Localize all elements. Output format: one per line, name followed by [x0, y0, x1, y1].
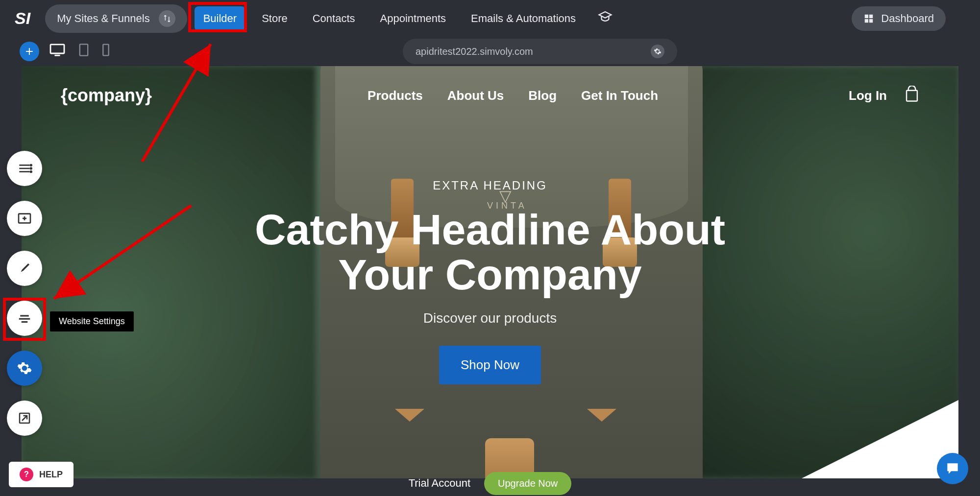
- nav-appointments[interactable]: Appointments: [371, 6, 455, 31]
- help-button[interactable]: ? HELP: [9, 462, 74, 487]
- headline-line2: Your Company: [338, 250, 641, 299]
- add-element-button[interactable]: +: [20, 42, 39, 61]
- extra-heading[interactable]: EXTRA HEADING: [22, 179, 958, 192]
- hero-content: EXTRA HEADING Catchy Headline About Your…: [22, 179, 958, 384]
- url-settings-icon[interactable]: [651, 45, 664, 58]
- global-styles-button[interactable]: [7, 301, 42, 336]
- pocket-flap-left: [395, 409, 424, 422]
- nav-about[interactable]: About Us: [447, 88, 504, 103]
- svg-rect-0: [865, 14, 868, 18]
- svg-point-11: [30, 165, 32, 166]
- svg-point-13: [30, 171, 32, 172]
- site-header: {company} Products About Us Blog Get In …: [22, 66, 958, 125]
- hero-headline[interactable]: Catchy Headline About Your Company: [22, 207, 958, 298]
- headline-line1: Catchy Headline About: [255, 205, 725, 254]
- svg-rect-5: [80, 44, 88, 55]
- top-nav: SI My Sites & Funnels Builder Store Cont…: [0, 0, 980, 37]
- dashboard-button[interactable]: Dashboard: [852, 6, 946, 31]
- preview-button[interactable]: [7, 401, 42, 436]
- mobile-view-icon[interactable]: [99, 41, 113, 62]
- hero-subheading[interactable]: Discover our products: [22, 310, 958, 326]
- svg-rect-7: [906, 90, 917, 101]
- pocket-flap-right: [587, 409, 616, 422]
- svg-rect-3: [869, 19, 873, 22]
- nav-contacts[interactable]: Contacts: [304, 6, 364, 31]
- svg-rect-6: [103, 45, 108, 56]
- page-canvas: ▽ VINTA {company} Products About Us Blog…: [22, 66, 958, 478]
- nav-products[interactable]: Products: [368, 88, 423, 103]
- site-nav: Products About Us Blog Get In Touch: [368, 88, 658, 103]
- trial-banner: Trial Account Upgrade Now: [0, 471, 980, 496]
- site-url-text: apidritest2022.simvoly.com: [416, 46, 533, 57]
- shop-now-button[interactable]: Shop Now: [439, 346, 541, 384]
- website-settings-button[interactable]: [7, 351, 42, 386]
- site-url-pill[interactable]: apidritest2022.simvoly.com: [403, 39, 677, 64]
- builder-toolbar: + apidritest2022.simvoly.com: [0, 37, 980, 66]
- sites-funnels-label: My Sites & Funnels: [57, 12, 150, 25]
- nav-get-in-touch[interactable]: Get In Touch: [581, 88, 658, 103]
- pages-menu-button[interactable]: [7, 151, 42, 186]
- swap-icon: [159, 10, 175, 27]
- education-icon[interactable]: [592, 5, 618, 31]
- company-logo[interactable]: {company}: [61, 85, 152, 106]
- login-link[interactable]: Log In: [849, 88, 887, 103]
- sites-funnels-dropdown[interactable]: My Sites & Funnels: [45, 4, 187, 33]
- website-settings-tooltip: Website Settings: [50, 311, 134, 331]
- svg-point-12: [30, 168, 32, 169]
- dashboard-icon: [863, 13, 874, 24]
- help-icon: ?: [20, 468, 33, 481]
- tablet-view-icon[interactable]: [75, 41, 92, 62]
- nav-builder[interactable]: Builder: [195, 6, 245, 31]
- desktop-view-icon[interactable]: [46, 41, 69, 62]
- svg-rect-1: [869, 14, 873, 18]
- cart-icon[interactable]: [905, 86, 919, 106]
- svg-rect-2: [865, 19, 868, 22]
- dashboard-label: Dashboard: [881, 12, 934, 25]
- styling-button[interactable]: [7, 251, 42, 286]
- app-logo: SI: [15, 9, 30, 28]
- add-widget-button[interactable]: [7, 201, 42, 236]
- svg-rect-4: [50, 45, 64, 53]
- help-label: HELP: [39, 470, 63, 480]
- trial-label: Trial Account: [409, 477, 470, 490]
- builder-side-toolbar: [7, 151, 42, 436]
- nav-emails-automations[interactable]: Emails & Automations: [462, 6, 585, 31]
- chat-widget-button[interactable]: [937, 453, 968, 484]
- nav-blog[interactable]: Blog: [528, 88, 557, 103]
- nav-store[interactable]: Store: [253, 6, 296, 31]
- upgrade-button[interactable]: Upgrade Now: [484, 472, 571, 495]
